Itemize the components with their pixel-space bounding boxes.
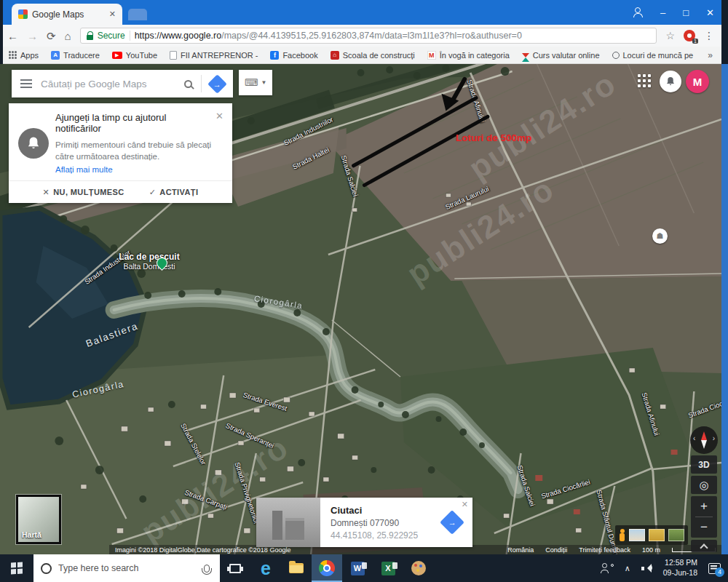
bookmark-apps[interactable]: Apps <box>9 51 39 60</box>
rotate-left-icon[interactable]: ‹ <box>693 434 695 442</box>
notification-actions: ✕NU, MULȚUMESC ✓ACTIVAȚI <box>9 180 232 203</box>
imagery-thumbnail[interactable] <box>649 529 665 541</box>
directions-icon[interactable]: → <box>207 74 227 94</box>
zoom-control: + − <box>691 496 717 538</box>
notification-badge: 4 <box>715 567 724 577</box>
url-path: /maps/@44.4139515,25.9162803,874m/data=l… <box>221 31 522 41</box>
card-close-icon[interactable]: ✕ <box>462 500 468 509</box>
new-tab-button[interactable] <box>128 9 147 20</box>
minimize-button[interactable]: – <box>660 8 665 17</box>
hourglass-icon <box>522 53 529 57</box>
reload-icon[interactable]: ⟳ <box>47 31 56 41</box>
account-avatar[interactable]: M <box>686 70 709 93</box>
search-icon[interactable] <box>184 80 192 88</box>
file-explorer-button[interactable] <box>281 554 312 582</box>
scale-label: 100 m <box>642 546 660 554</box>
dismiss-button[interactable]: ✕NU, MULȚUMESC <box>43 188 124 197</box>
desktop-edge <box>0 0 3 64</box>
url-text: https://www.google.ro/maps/@44.4139515,2… <box>135 31 522 41</box>
search-input[interactable] <box>41 79 175 89</box>
place-photo[interactable] <box>256 498 320 547</box>
task-view-button[interactable] <box>220 554 250 582</box>
imagery-thumbnail[interactable] <box>629 529 645 541</box>
rotate-right-icon[interactable]: › <box>713 434 715 442</box>
input-tools-button[interactable]: ⌨ ▼ <box>239 70 272 95</box>
paint-button[interactable] <box>403 554 434 582</box>
forward-icon[interactable]: → <box>27 31 38 41</box>
collapse-controls-button[interactable] <box>691 540 717 552</box>
bookmark-voga[interactable]: MÎn vogă in categoria <box>427 51 510 60</box>
bookmark-youtube[interactable]: ▶YouTube <box>112 51 157 60</box>
edge-button[interactable]: e <box>250 554 281 582</box>
bookmark-facebook[interactable]: fFacebook <box>270 51 317 60</box>
zoom-out-button[interactable]: − <box>691 517 717 538</box>
menu-dots-icon[interactable]: ⋮ <box>704 30 714 41</box>
map-type-toggle[interactable]: Hartă <box>16 495 61 544</box>
compass-control[interactable]: ‹ › <box>690 426 718 454</box>
address-bar[interactable]: Secure https://www.google.ro/maps/@44.41… <box>80 28 657 44</box>
bookmark-traducere[interactable]: ATraducere <box>51 51 100 60</box>
start-button[interactable] <box>0 554 33 582</box>
feedback-link[interactable]: Trimiteți feedback <box>579 546 630 554</box>
map-canvas[interactable]: publi24.ro publi24.ro publi24.ro Strada … <box>0 64 721 554</box>
3d-button[interactable]: 3D <box>691 455 717 474</box>
taskbar-clock[interactable]: 12:58 PM 09-Jun-18 <box>663 558 697 578</box>
microphone-icon[interactable] <box>204 565 210 573</box>
zoom-in-button[interactable]: + <box>691 496 717 517</box>
maps-search-box[interactable]: → <box>12 70 233 97</box>
url-host: https://www.google.ro <box>135 31 222 41</box>
divider <box>201 75 202 92</box>
my-location-button[interactable]: ◎ <box>691 476 717 494</box>
activate-button[interactable]: ✓ACTIVAȚI <box>149 188 199 197</box>
windows-taskbar: e W X ∧ 12:58 PM 09-Jun-18 4 <box>0 554 728 582</box>
bookmarks-overflow-icon[interactable]: » <box>708 50 713 60</box>
secure-label: Secure <box>98 31 125 41</box>
screen: Google Maps ✕ – □ ✕ ← → ⟳ ⌂ Secure https… <box>0 0 728 582</box>
extension-icon[interactable]: 1 <box>684 30 695 41</box>
taskbar-search-input[interactable] <box>58 563 197 573</box>
gmail-icon: M <box>427 51 436 60</box>
bookmark-locuri-munca[interactable]: Locuri de muncă pe <box>612 51 694 60</box>
keyboard-icon: ⌨ <box>245 77 258 88</box>
notification-close-icon[interactable]: ✕ <box>215 111 223 121</box>
bookmark-scoala[interactable]: ⌂Scoala de construcți <box>331 51 415 60</box>
chevron-down-icon: ▼ <box>261 79 266 86</box>
chrome-button[interactable] <box>312 554 342 582</box>
close-button[interactable]: ✕ <box>706 8 714 17</box>
bookmark-curs-valutar[interactable]: Curs valutar online <box>522 51 600 60</box>
word-button[interactable]: W <box>342 554 373 582</box>
bookmark-label: Curs valutar online <box>533 51 600 60</box>
poi-marker-icon[interactable]: ☗ <box>652 228 668 244</box>
menu-icon[interactable] <box>20 79 32 88</box>
notifications-button[interactable] <box>660 71 681 92</box>
imagery-thumbnail[interactable] <box>668 529 684 541</box>
back-icon[interactable]: ← <box>7 31 18 41</box>
speaker-icon[interactable] <box>641 564 652 573</box>
maximize-button[interactable]: □ <box>683 8 689 17</box>
action-center-icon[interactable]: 4 <box>708 563 721 574</box>
divider <box>130 31 130 41</box>
browser-tab[interactable]: Google Maps ✕ <box>12 4 122 25</box>
excel-button[interactable]: X <box>373 554 403 582</box>
terms-link[interactable]: Condiții <box>545 546 567 554</box>
google-apps-grid-icon[interactable] <box>638 74 651 87</box>
cortana-icon <box>41 563 52 574</box>
place-title: Ciutaci <box>331 505 438 516</box>
home-icon[interactable]: ⌂ <box>65 31 71 41</box>
bookmark-antreprenor[interactable]: FII ANTREPRENOR - <box>170 51 258 60</box>
place-info-card[interactable]: Ciutaci Domnești 077090 44.415108, 25.92… <box>256 498 472 547</box>
taskbar-search[interactable] <box>33 554 220 582</box>
profile-icon[interactable] <box>632 7 643 17</box>
excel-icon: X <box>381 562 395 575</box>
pegman-icon[interactable] <box>619 529 625 542</box>
bookmark-star-icon[interactable]: ☆ <box>665 30 675 41</box>
compass-needle-icon <box>700 431 708 449</box>
directions-button[interactable]: → <box>443 514 461 531</box>
tray-expand-icon[interactable]: ∧ <box>625 564 630 573</box>
check-icon: ✓ <box>149 188 157 196</box>
people-icon[interactable] <box>601 563 614 573</box>
extension-badge: 1 <box>692 39 698 44</box>
circle-icon <box>612 52 620 59</box>
tab-close-icon[interactable]: ✕ <box>109 9 116 19</box>
learn-more-link[interactable]: Aflați mai multe <box>55 165 223 174</box>
